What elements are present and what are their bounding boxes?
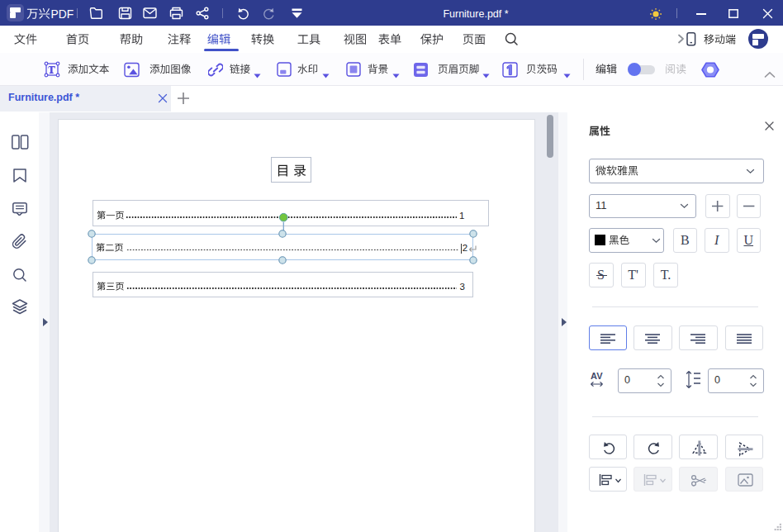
svg-text:AV: AV (591, 371, 603, 381)
